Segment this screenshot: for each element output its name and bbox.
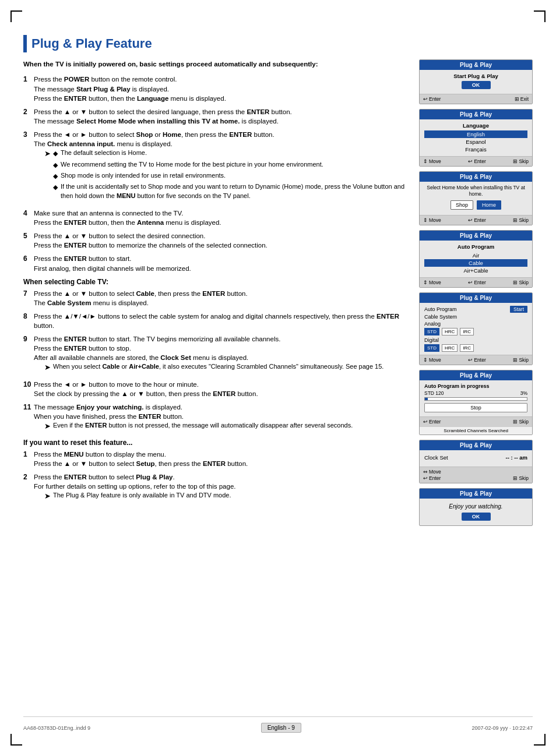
skip-icon-3: ⊞ [513,217,518,223]
step-4-num: 4 [23,209,34,218]
move-icon-3: ⇕ [423,217,428,223]
move-icon-4: ⇕ [423,280,428,285]
panel2-subtitle: Language [424,122,527,129]
corner-mark-tl [10,10,22,22]
reset-step-2-content: Press the ENTER button to select Plug & … [34,472,407,504]
right-column: Plug & Play Start Plug & Play OK ↩ Enter… [419,59,533,716]
step-6-content: Press the ENTER button to start. First a… [34,254,407,273]
step-10-content: Press the ◄ or ► button to move to the h… [34,380,407,398]
reset-section: If you want to reset this feature... 1 P… [23,439,407,504]
ap-cable[interactable]: Cable [424,259,527,267]
step-9-note-row: ➤ When you select Cable or Air+Cable, it… [44,362,407,373]
panel-auto-program: Plug & Play Auto Program Air Cable Air+C… [419,230,533,288]
panel6-info-row: STD 120 3% [424,390,527,396]
panel4-footer: ⇕ Move ↩ Enter ⊞ Skip [420,277,532,287]
panel4-subtitle: Auto Program [424,243,527,250]
corner-mark-br [534,734,546,746]
lang-english[interactable]: English [424,130,527,138]
step-11-note-row: ➤ Even if the ENTER button is not presse… [44,421,407,432]
lang-espanol[interactable]: Espanol [424,138,527,146]
panel1-enter-label: Enter [429,96,441,102]
panel6-skip-label: Skip [519,419,529,425]
skip-icon-5: ⊞ [513,357,518,363]
panel2-enter-label: Enter [474,158,485,164]
note-3: ◆ Shop mode is only intended for use in … [53,171,407,181]
panel4-enter: ↩ Enter [468,280,485,285]
step-11: 11 The message Enjoy your watching. is d… [23,402,407,434]
footer-center: English - 9 [261,723,301,733]
note-2: ◆ We recommend setting the TV to Home mo… [53,160,407,169]
step-7-content: Press the ▲ or ▼ button to select Cable,… [34,289,407,308]
progress-bar-inner [425,398,428,400]
ap-aircable[interactable]: Air+Cable [424,267,527,274]
panel5-enter: ↩ Enter [468,357,485,363]
panel6-percent: 3% [520,390,527,396]
panel4-enter-label: Enter [474,280,485,285]
step-11-notes: ➤ Even if the ENTER button is not presse… [44,421,407,432]
panel2-move-label: Move [429,158,441,164]
reset-step-2-num: 2 [23,472,34,482]
skip-icon-4: ⊞ [513,280,518,285]
cs-digital-std-row: STD HRC IRC [424,344,527,352]
cs-irc-digital[interactable]: IRC [460,344,474,352]
panel4-move-label: Move [429,280,441,285]
move-icon-5: ⇕ [423,357,428,363]
enter-icon-3: ↩ [468,217,473,223]
panel5-enter-label: Enter [474,357,485,363]
corner-mark-bl [10,734,22,746]
main-layout: When the TV is initially powered on, bas… [23,59,533,716]
diamond-icon-2: ◆ [53,161,58,169]
panel3-enter-label: Enter [474,217,485,223]
ap-air[interactable]: Air [424,252,527,259]
panel1-title: Plug & Play [420,60,532,70]
step-10-num: 10 [23,380,34,390]
stop-button[interactable]: Stop [424,403,527,412]
cs-analog-row: Analog [424,321,527,327]
step-7: 7 Press the ▲ or ▼ button to select Cabl… [23,289,407,308]
step-5: 5 Press the ▲ or ▼ button to select the … [23,231,407,250]
panel6-body: Auto Program in progress STD 120 3% Stop [420,380,532,416]
step-9-notes: ➤ When you select Cable or Air+Cable, it… [44,362,407,373]
note-2-text: We recommend setting the TV to Home mode… [61,160,323,169]
diamond-icon-1: ◆ [53,149,58,158]
footer-right: 2007-02-09 yyy · 10:22:47 [471,725,533,731]
shop-btn[interactable]: Shop [451,200,473,210]
panel1-exit: ⊞ Exit [515,96,529,102]
home-btn[interactable]: Home [477,200,501,210]
panel4-move: ⇕ Move [423,280,441,285]
panel3-skip: ⊞ Skip [513,217,529,223]
step-8-content: Press the ▲/▼/◄/► buttons to select the … [34,312,407,330]
cs-start-btn[interactable]: Start [510,306,527,313]
panel2-enter: ↩ Enter [468,158,485,164]
panel6-skip: ⊞ Skip [513,419,529,425]
panel4-title: Plug & Play [420,231,532,241]
lang-francais[interactable]: Français [424,146,527,153]
step-3-content: Press the ◄ or ► button to select Shop o… [34,130,407,204]
step-4: 4 Make sure that an antenna is connected… [23,209,407,227]
step-9-note-text: When you select Cable or Air+Cable, it a… [53,362,383,371]
panel6-channel: STD 120 [424,390,444,396]
note-4: ◆ If the unit is accidentally set to Sho… [53,182,407,200]
reset-step-2: 2 Press the ENTER button to select Plug … [23,472,407,504]
cs-hrc-analog[interactable]: HRC [442,328,458,335]
cs-irc-analog[interactable]: IRC [460,328,474,335]
step-3: 3 Press the ◄ or ► button to select Shop… [23,130,407,204]
step-5-num: 5 [23,231,34,241]
panel8-ok-btn[interactable]: OK [462,513,491,521]
panel3-move: ⇕ Move [423,217,441,223]
cs-hrc-digital[interactable]: HRC [442,344,458,352]
step-5-content: Press the ▲ or ▼ button to select the de… [34,231,407,250]
panel3-enter: ↩ Enter [468,217,485,223]
panel5-move: ⇕ Move [423,357,441,363]
clock-footer-move: ⇔ Move [423,469,529,475]
panel1-ok-btn[interactable]: OK [462,81,491,89]
cable-section-header: When selecting Cable TV: [23,278,407,286]
footer-left: AA68-03783D-01Eng..indd 9 [23,725,90,731]
cs-std-analog[interactable]: STD [424,328,439,335]
note-1-text: The default selection is Home. [61,149,147,157]
panel-language: Plug & Play Language English Espanol Fra… [419,109,533,167]
panel3-title: Plug & Play [420,172,532,182]
exit-icon-1: ⊞ [515,96,519,102]
cs-std-digital[interactable]: STD [424,344,439,352]
step-8-num: 8 [23,312,34,322]
